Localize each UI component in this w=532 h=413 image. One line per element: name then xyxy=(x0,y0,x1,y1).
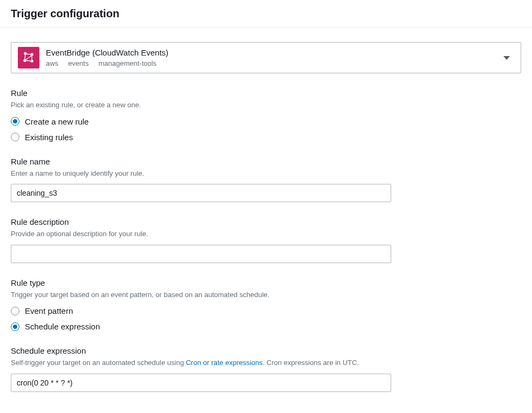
rule-type-field: Rule type Trigger your target based on a… xyxy=(11,278,521,332)
rule-name-label: Rule name xyxy=(11,157,521,166)
radio-label: Event pattern xyxy=(25,306,73,315)
trigger-title: EventBridge (CloudWatch Events) xyxy=(46,48,168,57)
cron-rate-link[interactable]: Cron or rate expressions xyxy=(186,359,262,367)
schedule-expression-input[interactable] xyxy=(11,374,391,392)
hint-text-prefix: Self-trigger your target on an automated… xyxy=(11,359,186,367)
svg-line-4 xyxy=(26,54,31,54)
schedule-expression-hint: Self-trigger your target on an automated… xyxy=(11,357,521,368)
radio-label: Existing rules xyxy=(25,133,73,142)
rule-name-field: Rule name Enter a name to uniquely ident… xyxy=(11,157,521,203)
page-title: Trigger configuration xyxy=(11,8,521,20)
trigger-tag: management-tools xyxy=(98,59,156,67)
radio-schedule-expression[interactable]: Schedule expression xyxy=(11,322,521,331)
trigger-tags: aws events management-tools xyxy=(46,59,168,67)
rule-description-label: Rule description xyxy=(11,217,521,226)
rule-field: Rule Pick an existing rule, or create a … xyxy=(11,88,521,142)
chevron-down-icon xyxy=(503,56,510,60)
radio-icon xyxy=(11,133,19,141)
schedule-expression-field: Schedule expression Self-trigger your ta… xyxy=(11,346,521,392)
radio-event-pattern[interactable]: Event pattern xyxy=(11,306,521,315)
svg-point-0 xyxy=(24,52,26,55)
rule-type-hint: Trigger your target based on an event pa… xyxy=(11,290,521,300)
rule-description-field: Rule description Provide an optional des… xyxy=(11,217,521,263)
rule-type-radio-group: Event pattern Schedule expression xyxy=(11,306,521,331)
radio-icon xyxy=(11,307,19,315)
hint-text-suffix: . Cron expressions are in UTC. xyxy=(263,359,359,367)
content-area: EventBridge (CloudWatch Events) aws even… xyxy=(0,28,532,403)
schedule-expression-label: Schedule expression xyxy=(11,346,521,355)
rule-hint: Pick an existing rule, or create a new o… xyxy=(11,100,521,111)
trigger-select-left: EventBridge (CloudWatch Events) aws even… xyxy=(18,47,168,68)
svg-point-1 xyxy=(31,53,33,56)
eventbridge-icon xyxy=(18,47,39,68)
rule-description-hint: Provide an optional description for your… xyxy=(11,229,521,239)
rule-type-label: Rule type xyxy=(11,278,521,287)
rule-description-input[interactable] xyxy=(11,245,391,263)
radio-create-new-rule[interactable]: Create a new rule xyxy=(11,117,521,126)
svg-line-6 xyxy=(26,56,32,60)
rule-name-hint: Enter a name to uniquely identify your r… xyxy=(11,168,521,179)
trigger-tag: events xyxy=(68,59,88,67)
radio-existing-rules[interactable]: Existing rules xyxy=(11,133,521,142)
rule-name-input[interactable] xyxy=(11,184,391,202)
rule-radio-group: Create a new rule Existing rules xyxy=(11,117,521,142)
rule-label: Rule xyxy=(11,88,521,98)
svg-line-5 xyxy=(25,55,25,59)
radio-icon xyxy=(11,117,19,126)
radio-icon xyxy=(11,322,19,331)
trigger-text: EventBridge (CloudWatch Events) aws even… xyxy=(46,48,168,67)
svg-point-3 xyxy=(31,60,33,63)
radio-label: Schedule expression xyxy=(25,322,100,331)
page-header: Trigger configuration xyxy=(0,0,532,28)
svg-line-7 xyxy=(26,60,31,61)
radio-label: Create a new rule xyxy=(25,117,88,126)
trigger-source-select[interactable]: EventBridge (CloudWatch Events) aws even… xyxy=(11,42,521,73)
trigger-tag: aws xyxy=(46,59,58,67)
